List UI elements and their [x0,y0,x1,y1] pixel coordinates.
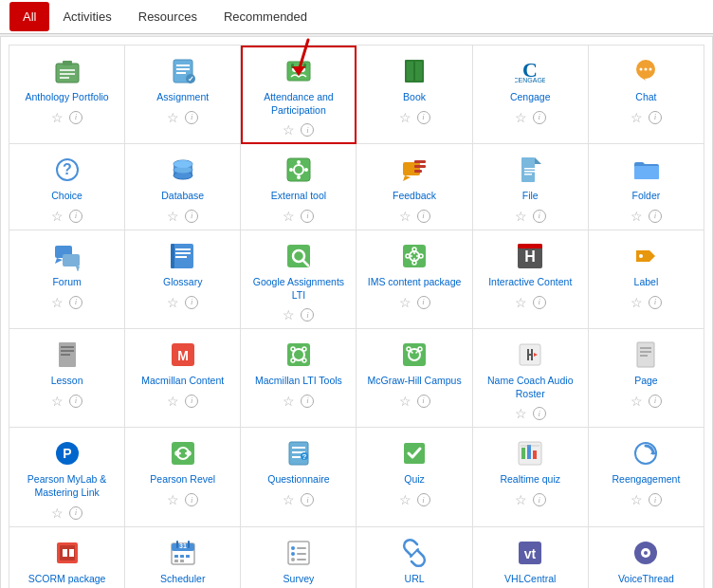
info-icon[interactable]: i [533,407,546,420]
info-icon[interactable]: i [185,493,198,506]
info-icon[interactable]: i [69,296,82,309]
star-icon[interactable]: ☆ [283,122,295,138]
realtime-quiz-label[interactable]: Realtime quiz [500,473,560,487]
star-icon[interactable]: ☆ [167,110,179,125]
grid-item-cengage[interactable]: CCENGAGECengage ☆ i [473,46,589,144]
info-icon[interactable]: i [69,395,82,408]
star-icon[interactable]: ☆ [51,505,64,521]
external-tool-label[interactable]: External tool [271,190,326,203]
grid-item-scorm[interactable]: SCORM package ☆ i [9,527,125,588]
grid-item-interactive-content[interactable]: HInteractive Content ☆ i [473,230,589,329]
star-icon[interactable]: ☆ [283,394,295,409]
tab-all[interactable]: All [9,2,49,31]
grid-item-reengagement[interactable]: Reengagement ☆ i [589,428,704,526]
grid-item-name-coach[interactable]: Name Coach Audio Roster ☆ i [473,329,589,428]
star-icon[interactable]: ☆ [167,209,179,224]
info-icon[interactable]: i [301,395,314,408]
grid-item-book[interactable]: Book ☆ i [356,46,472,144]
info-icon[interactable]: i [649,395,662,408]
file-label[interactable]: File [522,190,539,203]
grid-item-attendance[interactable]: Attendance and Participation ☆ i [241,46,356,144]
info-icon[interactable]: i [417,296,430,309]
reengagement-label[interactable]: Reengagement [612,473,681,487]
star-icon[interactable]: ☆ [515,110,527,125]
grid-item-choice[interactable]: ?Choice ☆ i [9,144,125,230]
grid-item-page[interactable]: Page ☆ i [589,329,704,428]
star-icon[interactable]: ☆ [51,295,64,310]
star-icon[interactable]: ☆ [631,110,643,125]
glossary-label[interactable]: Glossary [163,276,202,289]
star-icon[interactable]: ☆ [51,110,64,125]
info-icon[interactable]: i [185,111,198,124]
grid-item-voicethread[interactable]: VoiceThread ☆ i [589,527,704,588]
interactive-content-label[interactable]: Interactive Content [488,276,572,289]
grid-item-feedback[interactable]: Feedback ☆ i [356,144,472,230]
grid-item-lesson[interactable]: Lesson ☆ i [9,329,125,428]
macmillan-lti-label[interactable]: Macmillan LTI Tools [255,375,342,388]
questionnaire-label[interactable]: Questionnaire [267,473,329,487]
database-label[interactable]: Database [161,190,204,203]
cengage-label[interactable]: Cengage [510,91,551,104]
page-label[interactable]: Page [634,375,658,388]
grid-item-macmillan-content[interactable]: MMacmillan Content ☆ i [125,329,241,428]
grid-item-pearson-mylab[interactable]: PPearson MyLab & Mastering Link ☆ i [9,428,125,526]
info-icon[interactable]: i [301,308,314,322]
anthology-portfolio-label[interactable]: Anthology Portfolio [26,91,109,104]
grid-item-assignment[interactable]: ✓Assignment ☆ i [125,46,241,144]
info-icon[interactable]: i [185,296,198,309]
lesson-label[interactable]: Lesson [51,375,83,388]
book-label[interactable]: Book [403,91,426,104]
info-icon[interactable]: i [649,111,662,124]
grid-item-pearson-revel[interactable]: Pearson Revel ☆ i [125,428,241,526]
info-icon[interactable]: i [69,111,82,124]
quiz-label[interactable]: Quiz [404,473,425,487]
name-coach-label[interactable]: Name Coach Audio Roster [478,375,583,400]
mcgraw-hill-label[interactable]: McGraw-Hill Campus [367,375,461,388]
info-icon[interactable]: i [417,493,430,506]
scheduler-label[interactable]: Scheduler [160,573,205,586]
tab-resources[interactable]: Resources [125,2,210,31]
google-assignments-label[interactable]: Google Assignments LTI [246,276,351,302]
grid-item-scheduler[interactable]: 31Scheduler ☆ i [125,527,241,588]
url-label[interactable]: URL [405,573,425,586]
assignment-label[interactable]: Assignment [156,91,209,104]
vhlcentral-label[interactable]: VHLCentral [504,573,556,586]
star-icon[interactable]: ☆ [631,295,643,310]
grid-item-google-assignments[interactable]: Google Assignments LTI ☆ i [241,230,356,329]
pearson-mylab-label[interactable]: Pearson MyLab & Mastering Link [14,473,119,499]
grid-item-vhlcentral[interactable]: vtVHLCentral ☆ i [473,527,589,588]
pearson-revel-label[interactable]: Pearson Revel [150,473,215,487]
tab-activities[interactable]: Activities [49,2,124,31]
info-icon[interactable]: i [649,493,662,506]
grid-item-macmillan-lti[interactable]: Macmillan LTI Tools ☆ i [241,329,356,428]
star-icon[interactable]: ☆ [283,492,295,507]
ims-content-label[interactable]: IMS content package [368,276,462,289]
info-icon[interactable]: i [533,111,546,124]
macmillan-content-label[interactable]: Macmillan Content [141,375,224,388]
star-icon[interactable]: ☆ [515,406,527,421]
star-icon[interactable]: ☆ [283,307,295,322]
info-icon[interactable]: i [69,210,82,223]
attendance-label[interactable]: Attendance and Participation [246,91,351,117]
grid-item-url[interactable]: URL ☆ i [356,527,472,588]
survey-label[interactable]: Survey [283,573,315,586]
star-icon[interactable]: ☆ [399,110,411,125]
star-icon[interactable]: ☆ [515,492,527,507]
forum-label[interactable]: Forum [52,276,81,289]
info-icon[interactable]: i [69,506,82,520]
star-icon[interactable]: ☆ [515,209,527,224]
star-icon[interactable]: ☆ [631,394,643,409]
star-icon[interactable]: ☆ [167,295,179,310]
star-icon[interactable]: ☆ [51,209,64,224]
info-icon[interactable]: i [417,111,430,124]
info-icon[interactable]: i [533,296,546,309]
info-icon[interactable]: i [417,210,430,223]
grid-item-glossary[interactable]: Glossary ☆ i [125,230,241,329]
folder-label[interactable]: Folder [632,190,661,203]
grid-item-folder[interactable]: Folder ☆ i [589,144,704,230]
voicethread-label[interactable]: VoiceThread [618,573,674,586]
info-icon[interactable]: i [533,210,546,223]
chat-label[interactable]: Chat [635,91,656,104]
grid-item-anthology-portfolio[interactable]: Anthology Portfolio ☆ i [9,46,125,144]
info-icon[interactable]: i [649,296,662,309]
